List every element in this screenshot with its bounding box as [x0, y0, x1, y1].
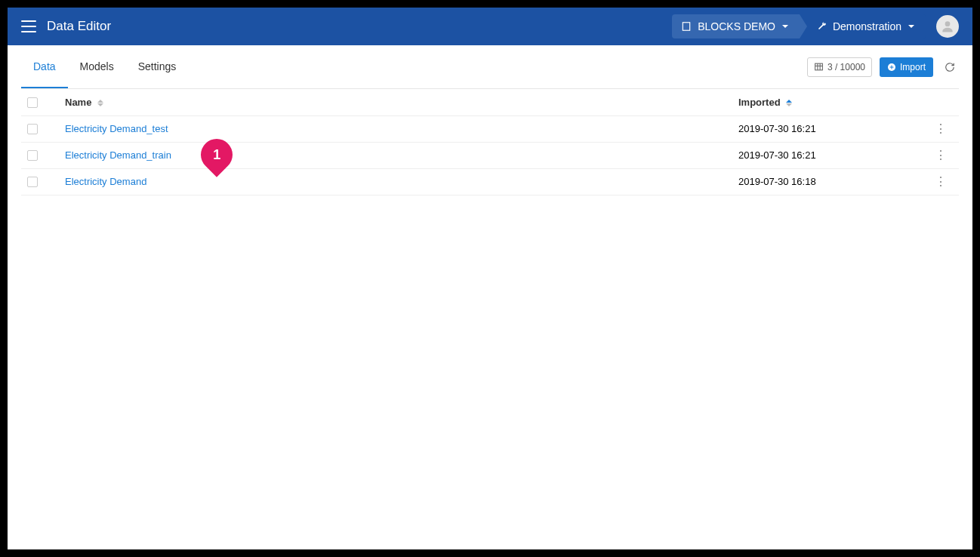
chevron-down-icon	[908, 23, 915, 30]
app-title: Data Editor	[47, 19, 111, 34]
row-actions-menu[interactable]: ⋮	[935, 149, 947, 162]
table-row: Electricity Demand2019-07-30 16:18⋮	[21, 168, 959, 195]
sort-icon	[97, 100, 103, 106]
topbar: Data Editor BLOCKS DEMO Demonstration	[8, 8, 972, 45]
row-checkbox[interactable]	[27, 150, 38, 161]
user-icon	[940, 19, 955, 34]
tab-models[interactable]: Models	[68, 45, 126, 88]
row-name-link[interactable]: Electricity Demand_train	[65, 149, 171, 161]
sub-toolbar: DataModelsSettings 3 / 10000 Import	[21, 45, 959, 89]
breadcrumb-org-label: BLOCKS DEMO	[698, 20, 775, 32]
row-count-text: 3 / 10000	[827, 62, 865, 72]
refresh-button[interactable]	[941, 58, 959, 76]
table-row: Electricity Demand_train12019-07-30 16:2…	[21, 142, 959, 168]
select-all-checkbox[interactable]	[27, 97, 38, 108]
column-header-name[interactable]: Name	[59, 89, 732, 115]
row-imported: 2019-07-30 16:18	[732, 168, 929, 195]
svg-rect-6	[815, 63, 823, 70]
row-actions-menu[interactable]: ⋮	[935, 175, 947, 188]
row-imported: 2019-07-30 16:21	[732, 142, 929, 168]
import-button[interactable]: Import	[880, 57, 933, 77]
plus-circle-icon	[887, 63, 896, 72]
row-name-link[interactable]: Electricity Demand_test	[65, 123, 168, 134]
avatar[interactable]	[936, 15, 959, 38]
svg-rect-0	[683, 23, 690, 31]
sort-icon	[786, 100, 792, 106]
column-header-imported[interactable]: Imported	[732, 89, 929, 115]
tab-settings[interactable]: Settings	[126, 45, 189, 88]
table-icon	[814, 62, 824, 72]
chevron-down-icon	[781, 23, 789, 30]
breadcrumb: BLOCKS DEMO Demonstration	[672, 14, 926, 38]
refresh-icon	[945, 62, 955, 72]
row-checkbox[interactable]	[27, 124, 38, 134]
breadcrumb-project-label: Demonstration	[833, 20, 901, 32]
svg-point-5	[945, 21, 951, 26]
row-imported: 2019-07-30 16:21	[732, 115, 929, 142]
annotation-balloon-label: 1	[213, 146, 220, 162]
hamburger-icon[interactable]	[21, 20, 36, 32]
table-row: Electricity Demand_test2019-07-30 16:21⋮	[21, 115, 959, 142]
tab-data[interactable]: Data	[21, 45, 68, 88]
row-count-badge: 3 / 10000	[807, 57, 872, 77]
row-actions-menu[interactable]: ⋮	[935, 122, 947, 135]
wrench-icon	[816, 21, 827, 32]
row-name-link[interactable]: Electricity Demand	[65, 176, 146, 187]
breadcrumb-project[interactable]: Demonstration	[800, 14, 926, 38]
building-icon	[681, 21, 692, 32]
tabs: DataModelsSettings	[21, 45, 188, 88]
row-checkbox[interactable]	[27, 177, 38, 187]
import-button-label: Import	[900, 62, 926, 72]
breadcrumb-org[interactable]: BLOCKS DEMO	[672, 14, 800, 38]
data-table: Name Imported Electricity Demand_test201…	[21, 89, 959, 195]
